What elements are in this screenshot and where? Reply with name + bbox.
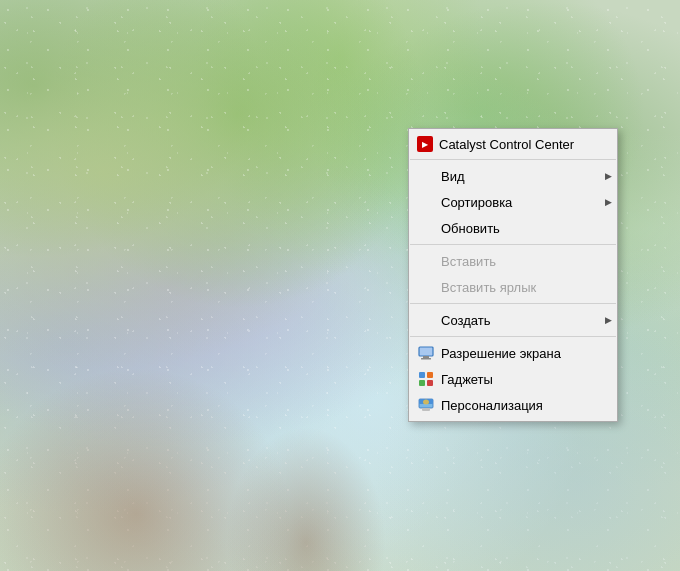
svg-rect-3 bbox=[419, 372, 425, 378]
catalyst-label: Catalyst Control Center bbox=[439, 137, 595, 152]
context-menu: Catalyst Control Center Вид Сортировка О… bbox=[408, 128, 618, 422]
menu-item-new[interactable]: Создать bbox=[409, 307, 617, 333]
menu-item-refresh[interactable]: Обновить bbox=[409, 215, 617, 241]
menu-item-personalization[interactable]: Персонализация bbox=[409, 392, 617, 418]
menu-item-catalyst[interactable]: Catalyst Control Center bbox=[409, 132, 617, 156]
paste-label: Вставить bbox=[441, 254, 595, 269]
paste-icon bbox=[417, 252, 435, 270]
view-icon bbox=[417, 167, 435, 185]
menu-separator-2 bbox=[410, 244, 616, 245]
sort-icon bbox=[417, 193, 435, 211]
gadgets-label: Гаджеты bbox=[441, 372, 595, 387]
svg-rect-10 bbox=[422, 408, 430, 411]
gadgets-icon bbox=[417, 370, 435, 388]
svg-rect-2 bbox=[421, 358, 431, 360]
menu-item-paste[interactable]: Вставить bbox=[409, 248, 617, 274]
menu-item-paste-shortcut[interactable]: Вставить ярлык bbox=[409, 274, 617, 300]
view-label: Вид bbox=[441, 169, 595, 184]
menu-separator-4 bbox=[410, 336, 616, 337]
paste-shortcut-label: Вставить ярлык bbox=[441, 280, 595, 295]
new-label: Создать bbox=[441, 313, 595, 328]
svg-rect-5 bbox=[419, 380, 425, 386]
menu-separator-3 bbox=[410, 303, 616, 304]
svg-point-9 bbox=[423, 400, 429, 405]
menu-item-sort[interactable]: Сортировка bbox=[409, 189, 617, 215]
sort-label: Сортировка bbox=[441, 195, 595, 210]
svg-rect-4 bbox=[427, 372, 433, 378]
svg-rect-6 bbox=[427, 380, 433, 386]
resolution-label: Разрешение экрана bbox=[441, 346, 595, 361]
resolution-icon bbox=[417, 344, 435, 362]
paste-shortcut-icon bbox=[417, 278, 435, 296]
personalization-label: Персонализация bbox=[441, 398, 595, 413]
menu-item-gadgets[interactable]: Гаджеты bbox=[409, 366, 617, 392]
new-icon bbox=[417, 311, 435, 329]
refresh-icon bbox=[417, 219, 435, 237]
svg-rect-1 bbox=[423, 356, 429, 358]
personalization-icon bbox=[417, 396, 435, 414]
refresh-label: Обновить bbox=[441, 221, 595, 236]
menu-separator-1 bbox=[410, 159, 616, 160]
catalyst-icon bbox=[417, 136, 433, 152]
menu-item-resolution[interactable]: Разрешение экрана bbox=[409, 340, 617, 366]
svg-rect-0 bbox=[419, 347, 433, 356]
menu-item-view[interactable]: Вид bbox=[409, 163, 617, 189]
